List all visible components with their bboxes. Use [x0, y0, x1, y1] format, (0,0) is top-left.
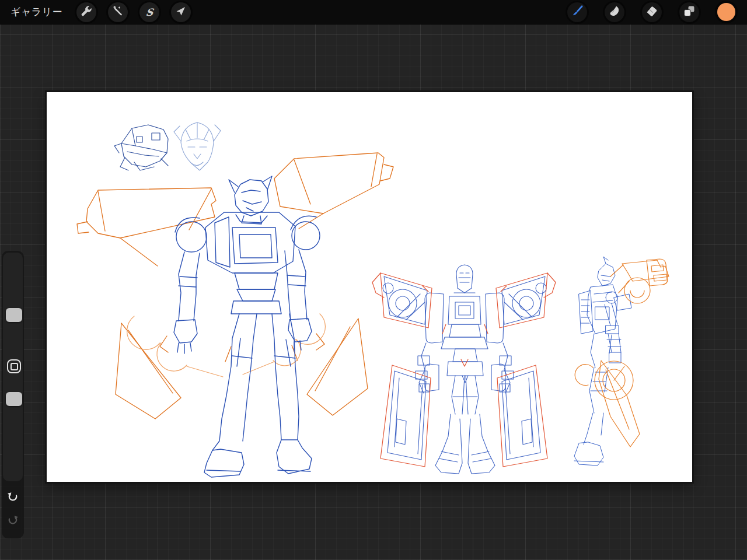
color-swatch[interactable]	[717, 3, 735, 21]
drawing-canvas[interactable]	[47, 92, 692, 482]
undo-button[interactable]	[4, 488, 22, 506]
opacity-slider[interactable]	[6, 392, 22, 406]
transform-button[interactable]	[171, 2, 191, 22]
top-toolbar: ギャラリー S	[0, 0, 747, 24]
paint-tool-button[interactable]	[567, 2, 587, 22]
eraser-tool-button[interactable]	[642, 2, 662, 22]
brush-size-slider[interactable]	[6, 308, 22, 322]
selection-button[interactable]: S	[139, 2, 159, 22]
magic-wand-icon	[112, 5, 124, 19]
modify-button[interactable]	[7, 359, 21, 373]
toolbar-left-group: ギャラリー S	[6, 2, 197, 22]
sketch-layer-mid-robot-blue	[383, 265, 546, 474]
eraser-icon	[645, 5, 658, 19]
redo-button[interactable]	[4, 511, 22, 530]
adjustments-button[interactable]	[108, 2, 128, 22]
smudge-icon	[608, 5, 621, 19]
sketch-layer-helmet-front-study	[114, 125, 168, 170]
redo-icon	[6, 513, 19, 528]
layers-icon	[683, 5, 696, 19]
smudge-tool-button[interactable]	[605, 2, 624, 22]
procreate-screen: ギャラリー S	[0, 0, 747, 560]
sketch-layer-hero-wings-orange	[77, 153, 393, 419]
selection-s-icon: S	[145, 6, 154, 18]
sidebar-slider-track	[3, 253, 23, 481]
toolbar-right-group	[558, 2, 741, 22]
modify-square-icon	[11, 363, 18, 370]
paintbrush-icon	[571, 5, 584, 19]
workspace	[0, 24, 747, 560]
wrench-icon	[81, 5, 92, 19]
brush-sidebar	[2, 251, 24, 538]
actions-button[interactable]	[76, 2, 96, 22]
layers-button[interactable]	[679, 2, 699, 22]
sketch-svg	[47, 92, 692, 482]
sketch-layer-right-robot-orange	[575, 259, 669, 447]
gallery-button[interactable]: ギャラリー	[11, 5, 62, 19]
sketch-layer-helmet-three-quarter-study	[174, 123, 221, 170]
undo-icon	[6, 490, 19, 505]
transform-arrow-icon	[175, 5, 187, 19]
